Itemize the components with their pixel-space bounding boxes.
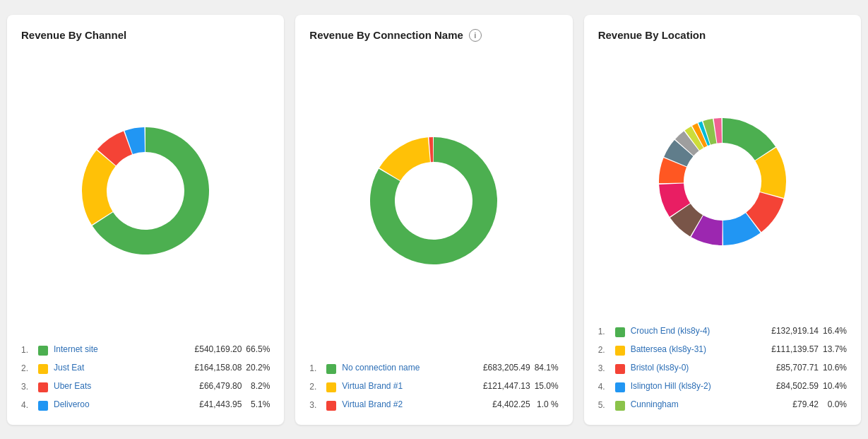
list-item: 5. Cunningham £79.42 0.0% [598,399,847,411]
chart-area-location [598,52,847,312]
legend-number: 1. [309,363,321,373]
legend-name[interactable]: Islington Hill (kls8y-2) [631,381,711,391]
legend-number: 3. [21,381,32,392]
legend-color-dot [326,401,336,411]
legend-pct: 84.1% [530,363,559,373]
list-item: 3. Bristol (kls8y-0) £85,707.71 10.6% [598,363,847,374]
legend-color-dot [615,364,625,374]
card-channel: Revenue By Channel 1. Internet site £540… [7,15,284,425]
legend-channel: 1. Internet site £540,169.20 66.5% 2. Ju… [21,344,270,411]
legend-pct: 13.7% [819,344,847,354]
chart-area-connection [309,53,558,349]
legend-pct: 66.5% [242,344,270,354]
legend-number: 2. [309,381,321,392]
list-item: 1. Internet site £540,169.20 66.5% [21,344,270,356]
legend-pct: 10.4% [819,381,847,391]
legend-color-dot [326,382,336,392]
legend-number: 4. [598,381,610,392]
legend-amount: £111,139.57 [759,344,819,354]
legend-amount: £85,707.71 [759,363,819,373]
legend-name[interactable]: Crouch End (kls8y-4) [631,326,711,336]
legend-name[interactable]: Battersea (kls8y-31) [631,344,706,354]
legend-amount: £41,443.95 [182,399,242,409]
list-item: 1. Crouch End (kls8y-4) £132,919.14 16.4… [598,326,847,337]
card-title-connection: Revenue By Connection Namei [309,29,558,42]
info-icon[interactable]: i [469,29,482,42]
legend-amount: £132,919.14 [759,326,819,336]
legend-connection: 1. No connection name £683,205.49 84.1% … [309,363,558,411]
legend-number: 5. [598,399,610,410]
legend-color-dot [38,382,48,392]
legend-amount: £79.42 [759,399,819,409]
list-item: 1. No connection name £683,205.49 84.1% [309,363,558,374]
legend-location: 1. Crouch End (kls8y-4) £132,919.14 16.4… [598,326,847,411]
legend-name[interactable]: Just Eat [54,363,84,373]
list-item: 4. Deliveroo £41,443.95 5.1% [21,399,270,411]
list-item: 2. Virtual Brand #1 £121,447.13 15.0% [309,381,558,392]
legend-pct: 1.0 % [530,399,559,409]
legend-color-dot [615,382,625,392]
donut-chart [75,120,216,262]
chart-area-channel [21,52,270,330]
legend-amount: £683,205.49 [470,363,530,373]
legend-pct: 15.0% [530,381,559,391]
legend-amount: £540,169.20 [182,344,242,354]
card-title-channel: Revenue By Channel [21,29,270,41]
legend-pct: 8.2% [242,381,270,391]
legend-name[interactable]: Virtual Brand #1 [342,381,403,391]
legend-name[interactable]: Internet site [54,344,98,354]
legend-name[interactable]: Deliveroo [54,399,90,409]
legend-color-dot [615,401,625,411]
legend-amount: £84,502.59 [759,381,819,391]
legend-color-dot [615,327,625,337]
card-title-location: Revenue By Location [598,29,847,41]
legend-name[interactable]: Uber Eats [54,381,91,391]
legend-color-dot [615,346,625,356]
legend-amount: £164,158.08 [182,363,242,373]
legend-name[interactable]: Cunningham [631,399,679,409]
list-item: 3. Virtual Brand #2 £4,402.25 1.0 % [309,399,558,411]
list-item: 2. Just Eat £164,158.08 20.2% [21,363,270,374]
list-item: 2. Battersea (kls8y-31) £111,139.57 13.7… [598,344,847,356]
legend-color-dot [38,364,48,374]
legend-name[interactable]: Bristol (kls8y-0) [631,363,689,373]
donut-chart [363,130,504,271]
legend-number: 3. [309,399,321,410]
legend-number: 1. [21,344,32,355]
card-connection: Revenue By Connection Namei 1. No connec… [295,15,572,425]
legend-color-dot [38,346,48,356]
legend-amount: £121,447.13 [470,381,530,391]
legend-color-dot [326,364,336,374]
list-item: 4. Islington Hill (kls8y-2) £84,502.59 1… [598,381,847,392]
legend-number: 3. [598,363,610,373]
legend-amount: £66,479.80 [182,381,242,391]
legend-pct: 20.2% [242,363,270,373]
legend-name[interactable]: No connection name [342,363,420,373]
legend-color-dot [38,401,48,411]
legend-pct: 10.6% [819,363,847,373]
dashboard: Revenue By Channel 1. Internet site £540… [7,15,861,425]
legend-number: 4. [21,399,32,410]
legend-name[interactable]: Virtual Brand #2 [342,399,403,409]
legend-number: 1. [598,326,610,336]
legend-pct: 5.1% [242,399,270,409]
legend-pct: 0.0% [819,399,847,409]
legend-number: 2. [598,344,610,355]
legend-number: 2. [21,363,32,373]
donut-chart [652,111,793,252]
legend-amount: £4,402.25 [470,399,530,409]
list-item: 3. Uber Eats £66,479.80 8.2% [21,381,270,392]
legend-pct: 16.4% [819,326,847,336]
card-location: Revenue By Location 1. Crouch End (kls8y… [584,15,861,425]
